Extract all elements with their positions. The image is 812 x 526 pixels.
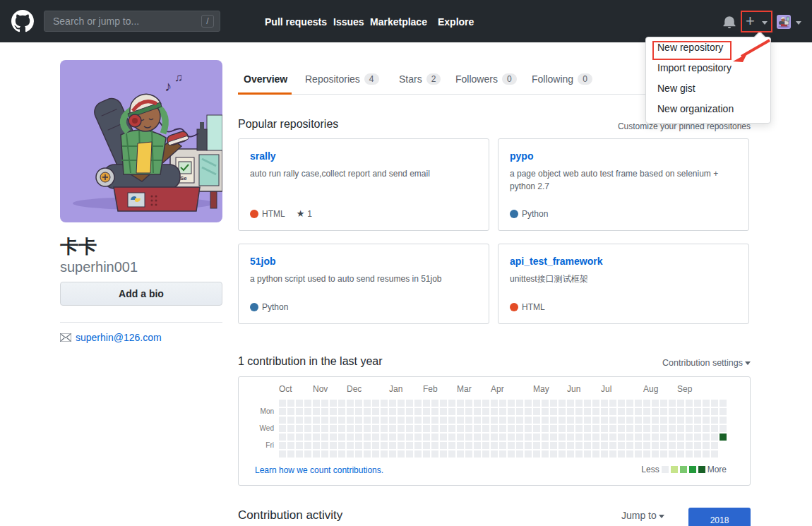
contribution-cell[interactable] (338, 417, 345, 424)
tab-stars[interactable]: Stars 2 (399, 73, 441, 85)
contribution-cell[interactable] (381, 450, 388, 458)
contribution-cell[interactable] (355, 417, 362, 424)
contribution-cell[interactable] (338, 400, 345, 407)
contribution-cell[interactable] (474, 442, 481, 449)
contribution-cell[interactable] (643, 450, 650, 458)
contribution-cell[interactable] (525, 450, 532, 458)
contribution-cell[interactable] (499, 417, 506, 424)
contribution-cell[interactable] (643, 425, 650, 432)
contribution-cell[interactable] (474, 417, 481, 424)
contribution-cell[interactable] (592, 408, 599, 415)
contribution-cell[interactable] (559, 417, 566, 424)
contribution-cell[interactable] (364, 450, 371, 458)
contribution-cell[interactable] (389, 434, 396, 441)
contribution-cell[interactable] (559, 450, 566, 458)
contribution-cell[interactable] (313, 417, 320, 424)
contribution-cell[interactable] (355, 408, 362, 415)
contribution-cell[interactable] (508, 417, 515, 424)
contribution-cell[interactable] (660, 417, 667, 424)
contribution-cell[interactable] (618, 442, 625, 449)
contribution-cell[interactable] (584, 400, 591, 407)
contribution-cell[interactable] (609, 450, 616, 458)
contribution-cell[interactable] (474, 434, 481, 441)
contribution-cell[interactable] (703, 400, 710, 407)
contribution-cell[interactable] (609, 408, 616, 415)
contribution-cell[interactable] (618, 434, 625, 441)
contribution-cell[interactable] (364, 400, 371, 407)
contribution-cell[interactable] (525, 442, 532, 449)
contribution-cell[interactable] (372, 434, 379, 441)
contribution-cell[interactable] (703, 408, 710, 415)
contribution-cell[interactable] (567, 417, 574, 424)
contribution-cell[interactable] (296, 450, 303, 458)
contribution-cell[interactable] (347, 425, 354, 432)
contribution-cell[interactable] (355, 450, 362, 458)
contribution-cell[interactable] (389, 425, 396, 432)
contribution-cell[interactable] (330, 442, 337, 449)
contribution-cell[interactable] (711, 434, 718, 441)
contribution-cell[interactable] (423, 434, 430, 441)
contribution-cell[interactable] (567, 442, 574, 449)
contribution-cell[interactable] (304, 425, 311, 432)
contribution-cell[interactable] (609, 400, 616, 407)
contribution-cell[interactable] (567, 450, 574, 458)
contribution-cell[interactable] (465, 400, 472, 407)
contribution-cell[interactable] (448, 434, 455, 441)
contribution-cell[interactable] (389, 417, 396, 424)
contribution-cell[interactable] (431, 400, 438, 407)
contribution-cell[interactable] (559, 442, 566, 449)
contribution-cell[interactable] (338, 408, 345, 415)
contribution-cell[interactable] (508, 425, 515, 432)
contribution-cell[interactable] (601, 400, 608, 407)
contribution-cell[interactable] (364, 408, 371, 415)
contribution-cell[interactable] (296, 434, 303, 441)
contribution-cell[interactable] (465, 450, 472, 458)
contribution-cell[interactable] (660, 450, 667, 458)
repo-link[interactable]: api_test_framework (510, 256, 737, 267)
contribution-cell[interactable] (499, 408, 506, 415)
contribution-cell[interactable] (465, 442, 472, 449)
nav-pull-requests[interactable]: Pull requests (265, 16, 327, 28)
contribution-cell[interactable] (567, 434, 574, 441)
contribution-cell[interactable] (330, 400, 337, 407)
contribution-cell[interactable] (482, 434, 489, 441)
contribution-cell[interactable] (448, 400, 455, 407)
contribution-cell[interactable] (279, 442, 286, 449)
contribution-cell[interactable] (711, 450, 718, 458)
contribution-cell[interactable] (491, 442, 498, 449)
contribution-cell[interactable] (694, 434, 701, 441)
contribution-cell[interactable] (643, 417, 650, 424)
contribution-cell[interactable] (601, 442, 608, 449)
contribution-cell[interactable] (609, 417, 616, 424)
contribution-cell[interactable] (677, 417, 684, 424)
repo-link[interactable]: srally (250, 150, 477, 162)
contribution-cell[interactable] (457, 425, 464, 432)
contribution-cell[interactable] (677, 408, 684, 415)
contribution-cell[interactable] (694, 408, 701, 415)
contribution-cell[interactable] (296, 408, 303, 415)
contribution-cell[interactable] (431, 434, 438, 441)
contribution-cell[interactable] (635, 408, 642, 415)
contribution-cell[interactable] (364, 425, 371, 432)
contribution-cell[interactable] (423, 400, 430, 407)
menu-item-new-gist[interactable]: New gist (646, 78, 770, 99)
contribution-cell[interactable] (635, 425, 642, 432)
contribution-cell[interactable] (313, 434, 320, 441)
contribution-cell[interactable] (313, 400, 320, 407)
contribution-cell[interactable] (669, 425, 676, 432)
contribution-cell[interactable] (618, 450, 625, 458)
contribution-cell[interactable] (406, 425, 413, 432)
contribution-cell[interactable] (457, 450, 464, 458)
contribution-cell[interactable] (287, 442, 294, 449)
contribution-cell[interactable] (550, 417, 557, 424)
contribution-cell[interactable] (448, 450, 455, 458)
contribution-cell[interactable] (677, 400, 684, 407)
contribution-cell[interactable] (313, 450, 320, 458)
contribution-cell[interactable] (720, 417, 727, 424)
contribution-cell[interactable] (601, 434, 608, 441)
tab-following[interactable]: Following 0 (532, 73, 592, 85)
contribution-cell[interactable] (406, 442, 413, 449)
learn-contributions-link[interactable]: Learn how we count contributions. (255, 465, 383, 475)
contribution-cell[interactable] (559, 408, 566, 415)
contribution-cell[interactable] (559, 434, 566, 441)
